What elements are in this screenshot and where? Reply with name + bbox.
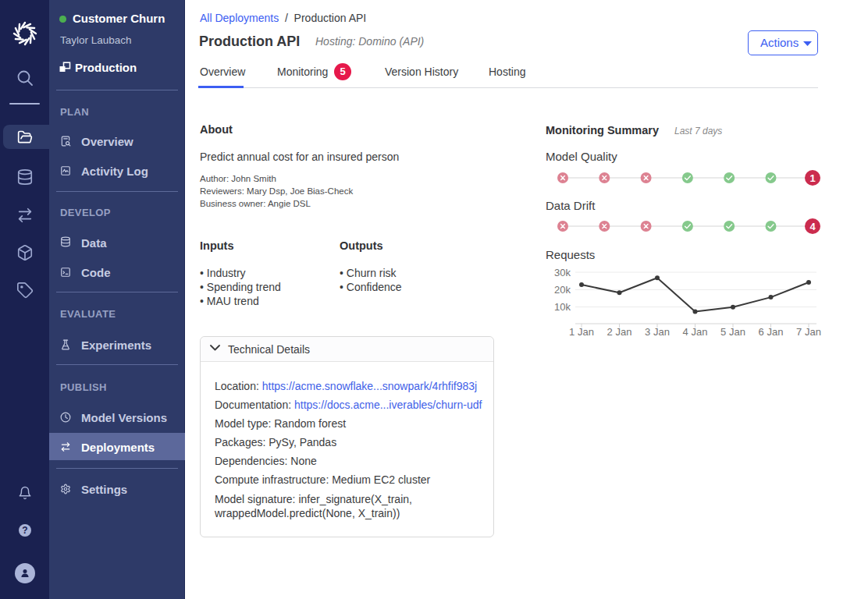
svg-text:6 Jan: 6 Jan — [759, 326, 784, 338]
svg-text:4: 4 — [809, 221, 816, 232]
svg-text:10k: 10k — [554, 301, 571, 313]
svg-text:30k: 30k — [554, 267, 571, 278]
svg-text:7 Jan: 7 Jan — [796, 326, 821, 338]
svg-text:20k: 20k — [554, 284, 571, 296]
svg-text:4 Jan: 4 Jan — [683, 326, 708, 338]
svg-text:3 Jan: 3 Jan — [645, 326, 670, 338]
svg-text:2 Jan: 2 Jan — [607, 326, 632, 338]
svg-text:1 Jan: 1 Jan — [569, 326, 594, 338]
svg-text:5 Jan: 5 Jan — [720, 326, 745, 338]
svg-text:1: 1 — [809, 172, 815, 184]
